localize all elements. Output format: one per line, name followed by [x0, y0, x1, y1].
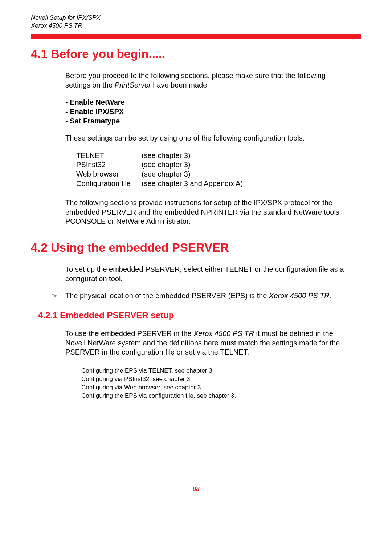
sec421-p-a: To use the embedded PSERVER in the [65, 329, 193, 337]
tool-ref: (see chapter 3) [142, 151, 350, 161]
page-number: 88 [31, 486, 361, 493]
section-4-1-body: Before you proceed to the following sect… [65, 71, 350, 226]
bullet-set-frametype: - Set Frametype [65, 117, 350, 126]
sec41-intro-b: have been made: [151, 81, 209, 89]
tool-name: Configuration file [76, 179, 142, 189]
running-header-line1: Novell Setup for IPX/SPX [31, 14, 361, 22]
tool-name: PSInst32 [76, 160, 142, 170]
page: Novell Setup for IPX/SPX Xerox 4500 PS T… [0, 0, 392, 507]
hand-note-text: The physical location of the embedded PS… [65, 291, 331, 301]
sec41-tools-intro: These settings can be set by using one o… [65, 134, 350, 143]
running-header-line2: Xerox 4500 PS TR [31, 22, 361, 30]
bullet-enable-netware: - Enable NetWare [65, 98, 350, 107]
section-4-2-body: To set up the embedded PSERVER, select e… [65, 265, 350, 283]
pointing-hand-icon: ☞ [51, 291, 65, 301]
tools-row: PSInst32 (see chapter 3) [76, 160, 350, 170]
config-box-line: Configuring via Web browser, see chapter… [81, 384, 331, 392]
sec421-p-em: Xerox 4500 PS TR [193, 329, 254, 337]
note-a: The physical location of the embedded PS… [65, 292, 269, 300]
sec42-p1: To set up the embedded PSERVER, select e… [65, 265, 350, 283]
config-box: Configuring the EPS via TELNET, see chap… [78, 365, 334, 402]
tool-name: Web browser [76, 170, 142, 179]
sec41-bullet-list: - Enable NetWare - Enable IPX/SPX - Set … [65, 98, 350, 126]
note-b: . [330, 292, 332, 300]
section-4-2-1-body: To use the embedded PSERVER in the Xerox… [65, 329, 350, 357]
sec41-intro: Before you proceed to the following sect… [65, 71, 350, 90]
sec421-p: To use the embedded PSERVER in the Xerox… [65, 329, 350, 357]
tools-table: TELNET (see chapter 3) PSInst32 (see cha… [76, 151, 350, 188]
section-4-1-title: 4.1 Before you begin..... [31, 47, 361, 61]
section-4-2-1-title: 4.2.1 Embedded PSERVER setup [38, 310, 361, 320]
config-box-line: Configuring the EPS via configuration fi… [81, 392, 331, 400]
tool-name: TELNET [76, 151, 142, 161]
header-rule [31, 34, 361, 39]
running-header: Novell Setup for IPX/SPX Xerox 4500 PS T… [31, 14, 361, 30]
config-box-line: Configuring the EPS via TELNET, see chap… [81, 367, 331, 375]
tools-row: Configuration file (see chapter 3 and Ap… [76, 179, 350, 189]
tools-row: Web browser (see chapter 3) [76, 170, 350, 179]
tool-ref: (see chapter 3) [142, 160, 350, 170]
sec41-closing: The following sections provide instructi… [65, 198, 350, 226]
tools-row: TELNET (see chapter 3) [76, 151, 350, 161]
sec41-intro-em: PrintServer [115, 81, 151, 89]
tool-ref: (see chapter 3) [142, 170, 350, 179]
hand-note: ☞ The physical location of the embedded … [51, 291, 350, 301]
note-em: Xerox 4500 PS TR [269, 292, 330, 300]
section-4-2-title: 4.2 Using the embedded PSERVER [31, 241, 361, 255]
config-box-line: Configuring via PSInst32, see chapter 3. [81, 375, 331, 384]
bullet-enable-ipxspx: - Enable IPX/SPX [65, 107, 350, 117]
tool-ref: (see chapter 3 and Appendix A) [142, 179, 350, 189]
